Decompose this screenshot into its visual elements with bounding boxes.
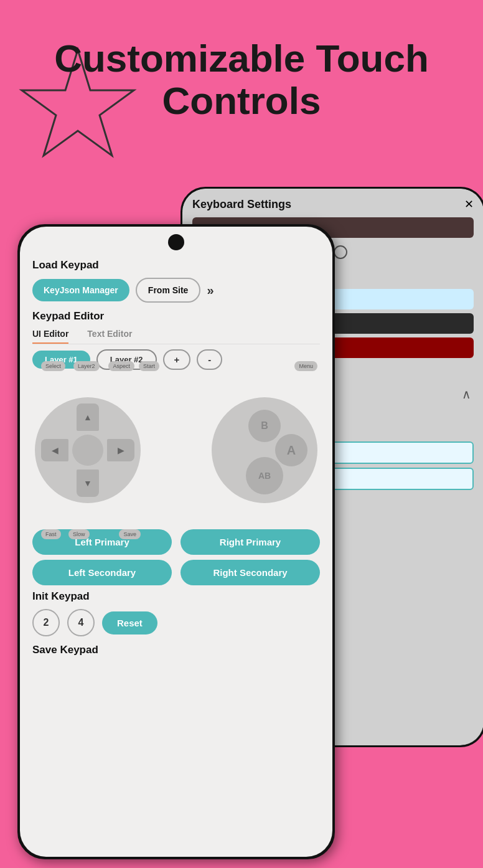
remove-layer-button[interactable]: - (197, 349, 222, 370)
front-phone: Load Keypad KeyJson Manager From Site » … (17, 224, 335, 859)
init-keypad-title: Init Keypad (32, 590, 320, 603)
hero-title-line2: Controls (162, 79, 321, 122)
save-keypad-title: Save Keypad (32, 644, 320, 656)
from-site-button[interactable]: From Site (136, 278, 201, 303)
close-icon[interactable]: ✕ (464, 197, 474, 211)
tab-ui-editor[interactable]: UI Editor (32, 329, 68, 344)
init-num-1[interactable]: 2 (32, 609, 60, 636)
a-button[interactable]: A (275, 434, 307, 466)
slow-button[interactable]: Slow (68, 529, 90, 539)
start-button[interactable]: Start (139, 361, 159, 371)
init-num-2[interactable]: 4 (67, 609, 95, 636)
init-keypad-section: Init Keypad 2 4 Reset (32, 590, 320, 636)
right-secondary-button[interactable]: Right Secondary (181, 560, 320, 585)
keyboard-settings-title: Keyboard Settings (192, 198, 291, 211)
keypad-editor-title: Keypad Editor (32, 310, 320, 323)
add-layer-button[interactable]: + (163, 349, 191, 370)
load-keypad-title: Load Keypad (32, 259, 320, 271)
ab-button[interactable]: AB (246, 457, 283, 494)
tab-text-editor[interactable]: Text Editor (87, 329, 132, 344)
menu-button[interactable]: Menu (294, 361, 317, 371)
aspect-button[interactable]: Aspect (108, 361, 134, 371)
select-button[interactable]: Select (41, 361, 65, 371)
dpad-container: ▲ ▼ ◀ ▶ (35, 397, 141, 503)
dpad-up-button[interactable]: ▲ (77, 403, 99, 431)
phone-notch (168, 234, 184, 250)
init-keypad-row: 2 4 Reset (32, 609, 320, 636)
dpad-down-button[interactable]: ▼ (77, 469, 99, 497)
save-keypad-section: Save Keypad (32, 644, 320, 656)
secondary-buttons-row: Left Secondary Right Secondary (32, 560, 320, 585)
layer2-button[interactable]: Layer2 (73, 361, 100, 371)
dpad-right-button[interactable]: ▶ (107, 439, 134, 461)
save-button[interactable]: Save (119, 529, 141, 539)
keyjson-manager-button[interactable]: KeyJson Manager (32, 279, 129, 301)
dpad-left-button[interactable]: ◀ (41, 439, 68, 461)
xlarge-radio[interactable] (334, 245, 347, 259)
dpad-center-button[interactable] (72, 435, 103, 466)
hero-title-line1: Customizable Touch (54, 37, 429, 80)
right-primary-button[interactable]: Right Primary (181, 529, 320, 555)
fast-button[interactable]: Fast (41, 529, 61, 539)
reset-button[interactable]: Reset (102, 611, 157, 634)
load-keypad-row: KeyJson Manager From Site » (32, 278, 320, 303)
b-button[interactable]: B (248, 410, 281, 442)
gamepad-area: Select Layer2 Aspect Start ▲ ▼ ◀ ▶ Fast … (32, 379, 320, 522)
action-container: B A AB (212, 397, 317, 503)
left-secondary-button[interactable]: Left Secondary (32, 560, 172, 585)
editor-tabs: UI Editor Text Editor (32, 329, 320, 344)
hero-title: Customizable Touch Controls (25, 37, 458, 122)
chevron-right-icon: » (207, 283, 213, 298)
